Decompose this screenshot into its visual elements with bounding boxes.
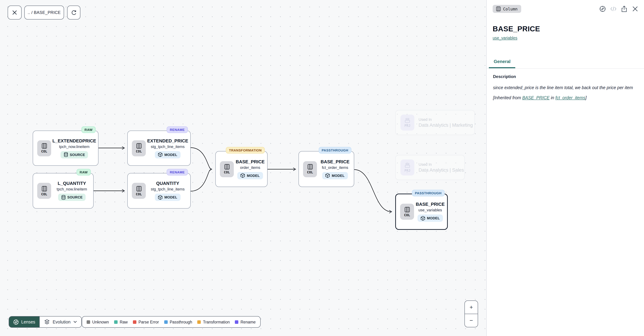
zoom-in-button[interactable]: + (465, 301, 478, 314)
close-icon (632, 6, 638, 12)
type-badge: SOURCE (60, 151, 88, 158)
legend-swatch-transformation (198, 320, 201, 324)
code-button[interactable] (610, 6, 616, 12)
breadcrumb[interactable]: .. / BASE_PRICE (24, 6, 64, 20)
inherited-middle: in (550, 95, 555, 100)
model-cube-icon (326, 173, 330, 178)
node-subtitle: stg_tpch_line_items (151, 144, 184, 149)
lineage-canvas[interactable]: .. / BASE_PRICE PRJ Used In Data Analyti… (0, 0, 486, 336)
node-subtitle: fct_order_items (322, 165, 348, 169)
edge (191, 148, 212, 169)
close-graph-button[interactable] (8, 6, 22, 20)
share-icon (621, 6, 627, 12)
node-subtitle: order_items (240, 165, 260, 169)
columns-icon (404, 207, 410, 212)
used-in-label: Used In (418, 162, 432, 166)
node-subtitle: tpch_now.lineitem (59, 144, 90, 149)
refresh-button[interactable] (67, 6, 80, 20)
node-base-price-use-variables[interactable]: PASSTHROUGH COL BASE_PRICE use_variables… (395, 194, 448, 230)
lenses-button[interactable]: Lenses (9, 316, 40, 327)
node-base-price-order-items[interactable]: TRANSFORMATION COL BASE_PRICE order_item… (215, 151, 268, 187)
lens-badge: TRANSFORMATION (226, 147, 265, 154)
model-cube-icon (158, 195, 163, 200)
lens-badge: RAW (82, 126, 96, 133)
tab-general[interactable]: General (489, 56, 516, 68)
zoom-out-label: − (470, 317, 473, 324)
type-badge-label: MODEL (332, 174, 344, 177)
type-badge-label: SOURCE (67, 195, 83, 199)
legend-swatch-raw (114, 320, 118, 324)
legend-swatch-unknown (87, 320, 90, 324)
column-chip: COL (37, 183, 51, 199)
inherited-model-link[interactable]: fct_order_items (556, 95, 586, 100)
legend-label: Rename (240, 320, 256, 324)
columns-icon (136, 186, 142, 191)
edge (354, 170, 392, 212)
type-badge: MODEL (322, 172, 348, 179)
legend-label: Unknown (92, 320, 109, 324)
type-badge: MODEL (155, 194, 180, 201)
zoom-out-button[interactable]: − (465, 314, 478, 327)
columns-icon (224, 164, 230, 170)
chevron-down-icon (74, 321, 77, 323)
legend-item: Parse Error (133, 320, 159, 324)
node-l-extendedprice[interactable]: RAW COL L_EXTENDEDPRICE tpch_now.lineite… (33, 131, 98, 166)
node-title: BASE_PRICE (320, 159, 350, 164)
lens-badge: RAW (76, 169, 91, 175)
panel-title: BASE_PRICE (493, 25, 638, 33)
type-badge: MODEL (155, 151, 180, 158)
type-badge-label: MODEL (164, 195, 177, 199)
legend-label: Parse Error (138, 320, 159, 324)
legend-swatch-rename (235, 320, 238, 324)
inherited-from-line: [Inherited from BASE_PRICE in fct_order_… (493, 95, 638, 100)
edge (191, 170, 211, 191)
legend-item: Rename (235, 320, 256, 324)
panel-header: Column (487, 0, 644, 13)
aperture-icon (13, 319, 19, 325)
lenses-control: Lenses Evolution (9, 316, 82, 328)
node-title: QUANTITY (156, 181, 179, 186)
column-chip: COL (303, 161, 317, 177)
project-chip-label: PRJ (404, 123, 410, 127)
project-chip-label: PRJ (404, 168, 410, 172)
breadcrumb-label: .. / BASE_PRICE (28, 10, 61, 15)
close-icon (12, 10, 18, 15)
project-chip: PRJ (400, 115, 414, 131)
node-quantity[interactable]: RENAME COL QUANTITY stg_tpch_line_items … (127, 173, 191, 209)
panel-tabs: General (487, 56, 644, 69)
column-chip: COL (132, 140, 146, 156)
project-chip: PRJ (400, 159, 414, 175)
type-badge-label: MODEL (164, 153, 177, 157)
type-badge-label: MODEL (247, 174, 260, 177)
node-subtitle: use_variables (418, 208, 442, 212)
node-base-price-fct-order-items[interactable]: PASSTHROUGH COL BASE_PRICE fct_order_ite… (298, 151, 354, 187)
lens-mode-dropdown[interactable]: Evolution (40, 316, 82, 327)
legend-label: Raw (120, 320, 128, 324)
column-chip-label: COL (404, 213, 410, 217)
general-section: Description since extended_price is the … (487, 69, 644, 106)
node-l-quantity[interactable]: RAW COL L_QUANTITY tpch_now.lineitem SOU… (33, 173, 94, 209)
legend-item: Raw (114, 320, 128, 324)
used-in-node-marketing[interactable]: PRJ Used In Data Analytics | Marketing (395, 110, 475, 135)
entity-kind-badge: Column (493, 5, 521, 13)
type-badge: MODEL (418, 214, 443, 222)
lens-badge: RENAME (167, 126, 188, 133)
close-panel-button[interactable] (632, 6, 638, 12)
node-title: L_QUANTITY (58, 181, 86, 186)
code-icon (610, 6, 616, 12)
details-panel: Column BASE_PRICE use_variables Gener (486, 0, 644, 336)
inherited-column-link[interactable]: BASE_PRICE (522, 95, 550, 100)
refresh-icon (71, 10, 77, 16)
column-chip-label: COL (41, 192, 47, 196)
zoom-in-label: + (470, 304, 473, 311)
model-cube-icon (158, 152, 163, 157)
columns-icon (42, 186, 47, 191)
share-button[interactable] (621, 6, 627, 12)
columns-icon (136, 143, 142, 149)
explore-button[interactable] (600, 6, 606, 12)
used-in-node-sales[interactable]: PRJ Used In Data Analytics | Sales (395, 155, 465, 180)
column-chip-label: COL (41, 149, 47, 153)
inherited-prefix: [Inherited from (493, 95, 522, 100)
node-extended-price[interactable]: RENAME COL EXTENDED_PRICE stg_tpch_line_… (127, 131, 191, 166)
model-link[interactable]: use_variables (493, 36, 517, 40)
